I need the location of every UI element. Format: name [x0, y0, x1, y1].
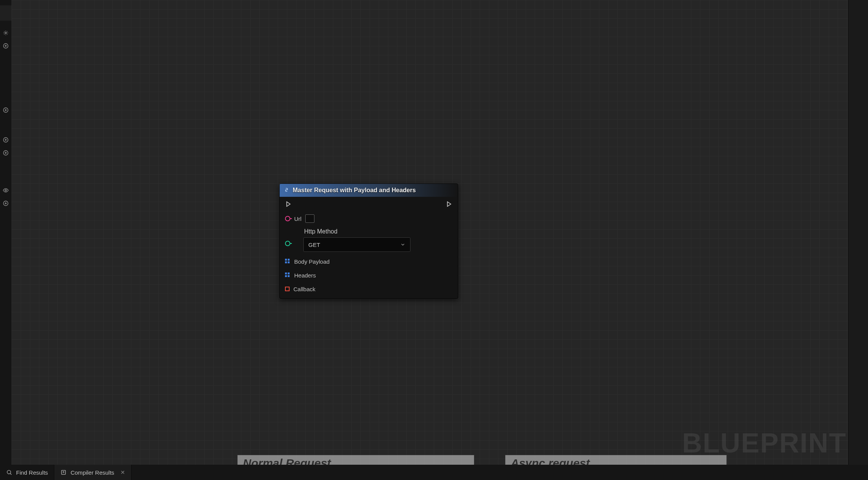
close-icon[interactable]: ✕ [118, 469, 125, 475]
node-title-text: Master Request with Payload and Headers [293, 187, 416, 194]
http-method-value: GET [308, 242, 320, 248]
eye-icon[interactable] [3, 187, 9, 195]
tab-label: Find Results [16, 469, 48, 476]
comment-box-normal-request[interactable]: Normal Request [237, 455, 474, 465]
node-body: Url Http Method GET Body Payload [280, 197, 458, 298]
enum-pin-icon[interactable] [285, 241, 290, 246]
pin-label-http-method: Http Method [304, 228, 410, 235]
gutter-header [0, 5, 11, 21]
vertical-scrollbar[interactable] [848, 0, 868, 465]
plus-icon[interactable] [3, 107, 9, 115]
gear-icon[interactable] [3, 30, 9, 37]
pin-row-url: Url [285, 214, 453, 223]
url-input-box[interactable] [305, 214, 314, 223]
pin-row-body-payload: Body Payload [285, 257, 453, 266]
http-method-dropdown[interactable]: GET [303, 237, 410, 252]
string-pin-icon[interactable] [285, 216, 290, 221]
chevron-down-icon [400, 242, 406, 247]
blueprint-watermark: BLUEPRINT [682, 427, 847, 459]
pin-label-body-payload: Body Payload [294, 258, 330, 265]
bottom-panel-tabs: Find Results Compiler Results ✕ [0, 465, 868, 480]
pin-row-headers: Headers [285, 271, 453, 279]
pin-label-url: Url [294, 216, 301, 222]
svg-point-5 [5, 190, 7, 191]
pin-label-headers: Headers [294, 272, 316, 279]
blueprint-graph-canvas[interactable]: Master Request with Payload and Headers … [11, 0, 868, 465]
comment-title: Normal Request [243, 457, 331, 465]
node-title-bar[interactable]: Master Request with Payload and Headers [280, 184, 458, 197]
plus-icon[interactable] [3, 150, 9, 157]
function-icon [283, 187, 290, 193]
function-node-master-request[interactable]: Master Request with Payload and Headers … [279, 183, 458, 299]
svg-point-0 [5, 32, 7, 34]
tab-compiler-results[interactable]: Compiler Results ✕ [54, 465, 131, 480]
tab-find-results[interactable]: Find Results [0, 465, 54, 480]
comment-title: Async request [511, 457, 590, 465]
plus-icon[interactable] [3, 43, 9, 50]
map-pin-icon[interactable] [285, 272, 290, 278]
map-pin-icon[interactable] [285, 259, 290, 264]
exec-pin-out[interactable] [446, 201, 453, 209]
svg-point-7 [7, 470, 11, 474]
search-icon [6, 469, 12, 475]
delegate-pin-icon[interactable] [285, 287, 290, 291]
pin-row-callback: Callback [285, 285, 453, 293]
compiler-icon [60, 469, 67, 475]
tab-label: Compiler Results [70, 469, 114, 476]
pin-row-http-method: Http Method GET [285, 228, 453, 252]
pin-label-callback: Callback [293, 286, 316, 292]
plus-icon[interactable] [3, 200, 9, 208]
comment-box-async-request[interactable]: Async request [505, 455, 727, 465]
left-gutter [0, 0, 11, 465]
exec-pin-in[interactable] [285, 201, 292, 209]
plus-icon[interactable] [3, 137, 9, 144]
